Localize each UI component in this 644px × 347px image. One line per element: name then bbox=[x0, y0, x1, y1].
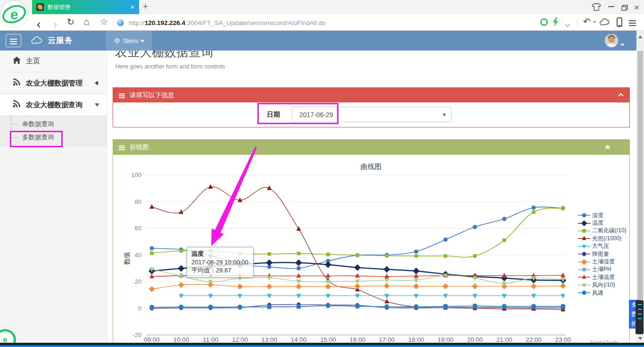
legend-item[interactable]: 温度 bbox=[578, 219, 627, 227]
panel-menu-icon[interactable] bbox=[119, 144, 125, 150]
legend-label: 土壤PH bbox=[592, 265, 611, 273]
svg-text:21:00: 21:00 bbox=[496, 336, 512, 343]
url-field[interactable]: http://120.192.226.4:3004/FT_SA_Update/s… bbox=[117, 17, 325, 28]
side-gadget[interactable] bbox=[636, 300, 644, 334]
svg-text:20: 20 bbox=[135, 278, 141, 285]
rss-icon bbox=[12, 78, 21, 88]
sidebar-toggle-button[interactable] bbox=[6, 34, 21, 47]
extensions-chevron-icon[interactable] bbox=[566, 20, 570, 28]
chevron-down-icon bbox=[140, 38, 144, 42]
sidebar-item-data-manage[interactable]: 农业大棚数据管理 bbox=[0, 72, 107, 94]
browser-logo[interactable]: e bbox=[1, 1, 27, 27]
svg-text:22:00: 22:00 bbox=[526, 336, 542, 343]
home-icon[interactable]: ⌂ bbox=[83, 16, 90, 27]
forward-button[interactable] bbox=[52, 19, 56, 29]
form-body: 日期 2017-06-29 ▼ bbox=[113, 102, 629, 127]
legend-label: 风速 bbox=[592, 289, 603, 297]
url-text: http://120.192.226.4:3004/FT_SA_Update/s… bbox=[129, 19, 325, 26]
svg-text:10:00: 10:00 bbox=[173, 336, 189, 343]
chart-legend: 湿度温度二氧化碳(/10)光照(/1000)大气压降雨量土壤湿度土壤PH土壤温度… bbox=[578, 212, 627, 296]
scrollbar-thumb[interactable] bbox=[637, 51, 643, 300]
svg-text:14:00: 14:00 bbox=[291, 336, 307, 343]
refresh-icon[interactable]: ↻ bbox=[67, 17, 74, 27]
svg-text:11:00: 11:00 bbox=[203, 336, 218, 343]
scrollbar-up-arrow[interactable] bbox=[638, 34, 642, 38]
svg-text:-20: -20 bbox=[132, 331, 141, 339]
legend-item[interactable]: 土壤PH bbox=[578, 266, 627, 273]
svg-text:13:00: 13:00 bbox=[261, 336, 277, 343]
bookmark-star-icon[interactable]: ☆ bbox=[100, 17, 108, 27]
legend-label: 土壤温度 bbox=[592, 273, 615, 281]
browser-tab[interactable]: 数据管理 × bbox=[32, 0, 139, 14]
scrollbar-down-arrow[interactable] bbox=[638, 337, 642, 342]
legend-label: 温度 bbox=[592, 219, 603, 227]
new-tab-button[interactable]: + bbox=[143, 2, 148, 12]
chart-panel-title: 折线图 bbox=[130, 143, 149, 152]
legend-item[interactable]: 土壤温度 bbox=[578, 273, 627, 281]
menu-hamburger-icon[interactable] bbox=[629, 19, 636, 26]
maximize-button[interactable] bbox=[621, 4, 628, 12]
tab-title: 数据管理 bbox=[48, 3, 131, 11]
legend-item[interactable]: 大气压 bbox=[578, 243, 627, 250]
svg-text:20:00: 20:00 bbox=[467, 336, 483, 343]
legend-label: 大气压 bbox=[592, 242, 609, 250]
sidebar-subitem-single-query[interactable]: 单数据查询 bbox=[0, 118, 107, 131]
collapse-chevron-icon[interactable] bbox=[618, 93, 623, 98]
svg-text:23:00: 23:00 bbox=[555, 336, 571, 343]
cloud-icon bbox=[31, 36, 43, 44]
svg-text:18:00: 18:00 bbox=[408, 336, 424, 343]
legend-item[interactable]: 二氧化碳(/10) bbox=[578, 227, 627, 235]
divider bbox=[114, 17, 115, 27]
expanded-arrow-icon bbox=[95, 103, 99, 109]
legend-item[interactable]: 光照(/1000) bbox=[578, 235, 627, 242]
back-button[interactable] bbox=[38, 19, 41, 29]
speed-bolt-icon[interactable] bbox=[552, 17, 559, 28]
phone-icon[interactable] bbox=[617, 17, 622, 27]
annotation-arrow bbox=[189, 144, 264, 253]
collapsed-arrow-icon bbox=[92, 81, 98, 85]
sidebar-item-data-query[interactable]: 农业大棚数据查询 bbox=[0, 94, 107, 116]
svg-text:17:00: 17:00 bbox=[379, 336, 395, 343]
legend-item[interactable]: 土壤湿度 bbox=[578, 258, 627, 265]
legend-label: 降雨量 bbox=[592, 250, 609, 258]
sidebar-item-home[interactable]: 主页 bbox=[0, 51, 107, 72]
brand[interactable]: 云服务 bbox=[31, 35, 73, 46]
bottom-blue-strip bbox=[0, 345, 644, 347]
svg-text:19:00: 19:00 bbox=[438, 336, 454, 343]
cloud-sync-icon[interactable] bbox=[600, 18, 610, 28]
legend-item[interactable]: 降雨量 bbox=[578, 250, 627, 258]
tab-close-icon[interactable]: × bbox=[131, 3, 134, 11]
legend-label: 风向(/10) bbox=[592, 281, 615, 289]
user-avatar[interactable] bbox=[605, 34, 618, 47]
skins-menu[interactable]: ⚙ Skins bbox=[106, 31, 152, 51]
legend-item[interactable]: 风速 bbox=[578, 289, 627, 296]
gear-icon: ⚙ bbox=[114, 37, 120, 44]
sidebar: 主页 农业大棚数据管理 农业大棚数据查询 单数据查询 多数据查询 bbox=[0, 51, 107, 347]
user-menu-chevron-icon[interactable] bbox=[621, 39, 624, 47]
undo-closed-tab-icon[interactable]: ↶ bbox=[583, 16, 591, 27]
form-panel-title: 请填写以下信息 bbox=[130, 91, 174, 100]
legend-label: 土壤湿度 bbox=[592, 258, 615, 266]
svg-text:数值: 数值 bbox=[123, 252, 131, 265]
svg-text:40: 40 bbox=[135, 252, 141, 259]
close-window-button[interactable]: × bbox=[634, 2, 639, 13]
legend-item[interactable]: 风向(/10) bbox=[578, 281, 627, 289]
legend-item[interactable]: 湿度 bbox=[578, 212, 627, 219]
svg-text:15:00: 15:00 bbox=[320, 336, 336, 343]
undo-dropdown-caret[interactable] bbox=[593, 21, 596, 25]
sidebar-item-label: 农业大棚数据管理 bbox=[26, 79, 83, 88]
avatar-image bbox=[605, 34, 618, 47]
annotation-box-sidebar bbox=[10, 131, 63, 147]
panel-menu-icon[interactable] bbox=[119, 93, 125, 98]
svg-text:12:00: 12:00 bbox=[232, 336, 248, 343]
tree-stub bbox=[11, 124, 19, 125]
svg-text:曲线图: 曲线图 bbox=[361, 162, 382, 170]
home-icon bbox=[12, 57, 21, 66]
rss-icon bbox=[12, 100, 21, 110]
screenshot-aperture-icon[interactable] bbox=[540, 18, 548, 26]
minimize-button[interactable] bbox=[608, 6, 614, 7]
viewport: 数据管理 × + e × ↻ ⌂ ☆ http://120.192.226.4:… bbox=[0, 0, 644, 347]
series-大气压 bbox=[179, 294, 565, 299]
svg-text:16:00: 16:00 bbox=[349, 336, 365, 343]
skin-center-button[interactable] bbox=[592, 3, 601, 13]
